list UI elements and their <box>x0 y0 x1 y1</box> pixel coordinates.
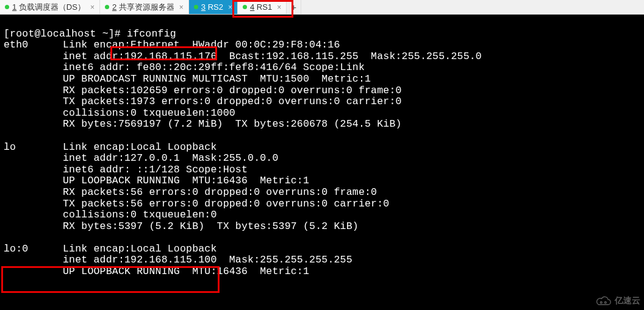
watermark-text: 亿速云 <box>615 295 640 306</box>
cloud-icon <box>595 296 612 306</box>
close-icon[interactable]: × <box>90 3 95 12</box>
eth0-line: Link encap:Ethernet HWaddr 00:0C:29:F8:0… <box>63 39 340 51</box>
tab-label: RS1 <box>257 2 272 12</box>
lo-line: TX packets:56 errors:0 dropped:0 overrun… <box>63 198 389 210</box>
lo-line: UP LOOPBACK RUNNING MTU:16436 Metric:1 <box>63 175 309 186</box>
lo0-inet-rest: Mask:255.255.255.255 <box>217 254 352 266</box>
tab-3[interactable]: 3 RS2 × <box>189 0 238 14</box>
tab-label: 负载调度器（DS） <box>19 2 85 12</box>
status-dot-icon <box>194 5 198 9</box>
lo-line: inet addr:127.0.0.1 Mask:255.0.0.0 <box>63 152 279 164</box>
lo-line: collisions:0 txqueuelen:0 <box>63 209 217 220</box>
tab-number: 1 <box>12 2 16 12</box>
eth0-line: inet6 addr: fe80::20c:29ff:fef8:416/64 S… <box>63 62 365 73</box>
tab-number: 3 <box>201 2 206 12</box>
shell-prompt: [root@localhost ~]# <box>4 28 127 40</box>
lo-line: Link encap:Local Loopback <box>63 141 217 153</box>
command: ifconfig <box>127 28 176 40</box>
add-tab-button[interactable]: + <box>287 0 301 14</box>
eth0-line: collisions:0 txqueuelen:1000 <box>63 107 235 119</box>
eth0-line: UP BROADCAST RUNNING MULTICAST MTU:1500 … <box>63 73 371 85</box>
status-dot-icon <box>105 5 109 9</box>
status-dot-icon <box>5 5 9 9</box>
tab-bar: 1 负载调度器（DS） × 2 共享资源服务器 × 3 RS2 × 4 RS1 … <box>0 0 644 15</box>
close-icon[interactable]: × <box>277 3 281 12</box>
watermark: 亿速云 <box>595 295 640 306</box>
lo-line: inet6 addr: ::1/128 Scope:Host <box>63 164 248 175</box>
tab-label: 共享资源服务器 <box>119 2 174 12</box>
iface-name: lo:0 <box>4 244 63 255</box>
tab-number: 2 <box>112 2 116 12</box>
close-icon[interactable]: × <box>179 3 184 12</box>
tab-4[interactable]: 4 RS1 × <box>238 0 287 14</box>
lo0-line: UP LOOPBACK RUNNING MTU:16436 Metric:1 <box>63 266 309 277</box>
eth0-line: RX packets:102659 errors:0 dropped:0 ove… <box>63 85 402 96</box>
eth0-line: TX packets:1973 errors:0 dropped:0 overr… <box>63 96 402 107</box>
status-dot-icon <box>243 5 247 9</box>
tab-label: RS2 <box>208 2 223 12</box>
close-icon[interactable]: × <box>228 3 232 12</box>
lo0-inet-addr: inet addr:192.168.115.100 <box>63 254 217 266</box>
eth0-inet-addr: :192.168.115.176 <box>118 51 217 62</box>
lo-line: RX packets:56 errors:0 dropped:0 overrun… <box>63 186 377 198</box>
eth0-inet-rest: Bcast:192.168.115.255 Mask:255.255.255.0 <box>217 51 482 62</box>
eth0-inet-label: inet addr <box>63 51 118 62</box>
tab-number: 4 <box>250 2 254 12</box>
iface-name: lo <box>4 142 63 153</box>
lo-line: RX bytes:5397 (5.2 KiB) TX bytes:5397 (5… <box>63 220 359 232</box>
tab-1[interactable]: 1 负载调度器（DS） × <box>0 0 100 14</box>
eth0-line: RX bytes:7569197 (7.2 MiB) TX bytes:2606… <box>63 118 402 130</box>
terminal-output[interactable]: [root@localhost ~]# ifconfig eth0Link en… <box>0 15 644 310</box>
iface-name: eth0 <box>4 40 63 51</box>
lo0-line: Link encap:Local Loopback <box>63 243 217 255</box>
tab-2[interactable]: 2 共享资源服务器 × <box>100 0 189 14</box>
